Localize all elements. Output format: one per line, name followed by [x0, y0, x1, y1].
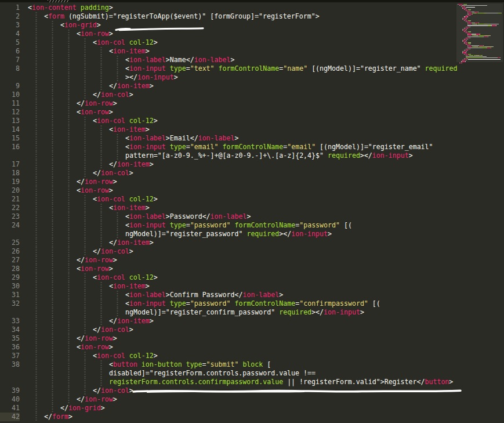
code-line[interactable]: 32<ion-input type="password" formControl…: [0, 299, 457, 308]
line-number[interactable]: 32: [0, 299, 20, 308]
line-number[interactable]: 24: [0, 221, 20, 230]
code-line[interactable]: 36<ion-row>: [0, 343, 457, 352]
code-line[interactable]: 8<ion-input type="text" formControlName=…: [0, 64, 457, 73]
line-number[interactable]: 35: [0, 334, 20, 343]
line-number[interactable]: [0, 369, 20, 378]
line-number[interactable]: [0, 73, 20, 82]
line-number[interactable]: [0, 308, 20, 317]
line-number[interactable]: 9: [0, 82, 20, 91]
code-line[interactable]: 13<ion-col col-12>: [0, 117, 457, 125]
line-number[interactable]: 8: [0, 64, 20, 73]
line-number[interactable]: 2: [0, 12, 20, 21]
line-number[interactable]: 19: [0, 178, 20, 186]
line-number[interactable]: 33: [0, 317, 20, 326]
line-number[interactable]: [0, 151, 20, 160]
code-line[interactable]: 16<ion-input type="email" formControlNam…: [0, 143, 457, 151]
line-number[interactable]: 21: [0, 195, 20, 204]
code-line[interactable]: 2<form (ngSubmit)="registerToApp($event)…: [0, 12, 457, 21]
code-line[interactable]: 20<ion-row>: [0, 186, 457, 195]
code-token: ></: [125, 73, 137, 81]
code-line[interactable]: 5<ion-col col-12>: [0, 38, 457, 47]
code-line[interactable]: 33</ion-item>: [0, 317, 457, 326]
line-number[interactable]: 15: [0, 134, 20, 143]
line-number[interactable]: 3: [0, 21, 20, 30]
line-number[interactable]: 39: [0, 386, 20, 395]
code-line[interactable]: 23<ion-label>Password</ion-label>: [0, 212, 457, 221]
line-number[interactable]: [0, 230, 20, 238]
line-number[interactable]: 6: [0, 47, 20, 56]
line-number[interactable]: 34: [0, 326, 20, 334]
code-line[interactable]: 14<ion-item>: [0, 125, 457, 134]
code-editor[interactable]: 1<ion-content padding>2<form (ngSubmit)=…: [0, 2, 504, 423]
code-line[interactable]: ngModel)]="register_confirm_password" re…: [0, 308, 457, 317]
code-line[interactable]: pattern="[a-z0-9._%+-]+@[a-z0-9.-]+\.[a-…: [0, 151, 457, 160]
code-line[interactable]: 40</ion-row>: [0, 395, 457, 404]
line-number[interactable]: 17: [0, 160, 20, 169]
code-line[interactable]: 4<ion-row>: [0, 30, 457, 38]
line-number[interactable]: 18: [0, 169, 20, 178]
code-line[interactable]: 1<ion-content padding>: [0, 3, 457, 12]
code-line[interactable]: 41</ion-grid>: [0, 404, 457, 413]
code-line[interactable]: 21<ion-col col-12>: [0, 195, 457, 204]
code-line[interactable]: 31<ion-label>Confirm Password</ion-label…: [0, 291, 457, 299]
code-line[interactable]: 12<ion-row>: [0, 108, 457, 117]
line-number[interactable]: 22: [0, 204, 20, 212]
code-line[interactable]: 30<ion-item>: [0, 282, 457, 291]
code-line[interactable]: 39</ion-col>: [0, 386, 457, 395]
code-line[interactable]: ngModel)]="register_password" required><…: [0, 230, 457, 238]
line-number[interactable]: 40: [0, 395, 20, 404]
code-line[interactable]: 27</ion-row>: [0, 256, 457, 265]
line-number[interactable]: 25: [0, 238, 20, 247]
code-line[interactable]: 37<ion-col col-12>: [0, 352, 457, 360]
code-line[interactable]: 42</form>: [0, 413, 457, 421]
line-number[interactable]: 14: [0, 125, 20, 134]
code-line[interactable]: 38<button ion-button type="submit" block…: [0, 360, 457, 369]
code-line[interactable]: 10</ion-col>: [0, 91, 457, 99]
line-number[interactable]: 20: [0, 186, 20, 195]
line-number[interactable]: 23: [0, 212, 20, 221]
line-number[interactable]: 5: [0, 38, 20, 47]
code-line[interactable]: 3<ion-grid>: [0, 21, 457, 30]
code-line[interactable]: 29<ion-col col-12>: [0, 273, 457, 282]
code-line[interactable]: 17</ion-item>: [0, 160, 457, 169]
code-token: ion-col: [101, 247, 129, 255]
code-line[interactable]: 28<ion-row>: [0, 265, 457, 273]
code-line[interactable]: 11</ion-row>: [0, 99, 457, 108]
line-number[interactable]: 4: [0, 30, 20, 38]
line-number[interactable]: 28: [0, 265, 20, 273]
code-line[interactable]: registerForm.controls.confirmpassword.va…: [0, 378, 457, 386]
code-line[interactable]: 6<ion-item>: [0, 47, 457, 56]
code-line[interactable]: 35</ion-row>: [0, 334, 457, 343]
code-line[interactable]: 18</ion-col>: [0, 169, 457, 178]
line-number[interactable]: 13: [0, 117, 20, 125]
code-line[interactable]: disabled]="registerForm.controls.passwor…: [0, 369, 457, 378]
line-number[interactable]: 16: [0, 143, 20, 151]
line-number[interactable]: 1: [0, 3, 20, 12]
line-number[interactable]: 36: [0, 343, 20, 352]
line-number[interactable]: 27: [0, 256, 20, 265]
line-number[interactable]: 29: [0, 273, 20, 282]
code-line[interactable]: 7<ion-label>Name</ion-label>: [0, 56, 457, 64]
line-number[interactable]: [0, 378, 20, 386]
line-number[interactable]: 41: [0, 404, 20, 413]
code-line[interactable]: 26</ion-col>: [0, 247, 457, 256]
code-line[interactable]: 9</ion-item>: [0, 82, 457, 91]
minimap[interactable]: [458, 4, 503, 68]
code-line[interactable]: 24<ion-input type="password" formControl…: [0, 221, 457, 230]
line-number[interactable]: 10: [0, 91, 20, 99]
line-number[interactable]: 38: [0, 360, 20, 369]
line-number[interactable]: 12: [0, 108, 20, 117]
code-line[interactable]: ></ion-input>: [0, 73, 457, 82]
line-number[interactable]: 30: [0, 282, 20, 291]
line-number[interactable]: 37: [0, 352, 20, 360]
code-line[interactable]: 19</ion-row>: [0, 178, 457, 186]
code-line[interactable]: 22<ion-item>: [0, 204, 457, 212]
line-number[interactable]: 42: [0, 413, 20, 421]
line-number[interactable]: 26: [0, 247, 20, 256]
line-number[interactable]: 31: [0, 291, 20, 299]
line-number[interactable]: 11: [0, 99, 20, 108]
code-line[interactable]: 15<ion-label>Email</ion-label>: [0, 134, 457, 143]
line-number[interactable]: 7: [0, 56, 20, 64]
code-line[interactable]: 25</ion-item>: [0, 238, 457, 247]
code-line[interactable]: 34</ion-col>: [0, 326, 457, 334]
